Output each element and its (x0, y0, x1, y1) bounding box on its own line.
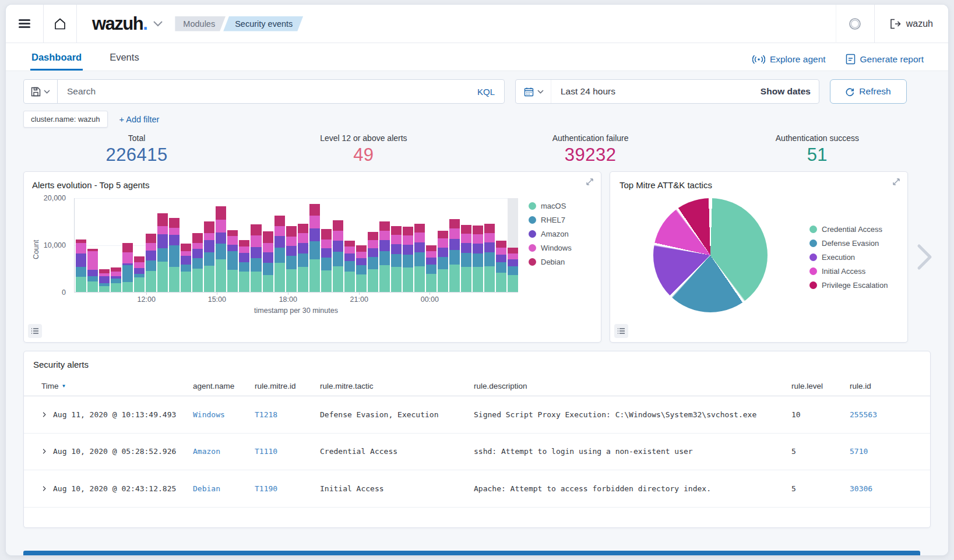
legend-item-initial-access[interactable]: Initial Access (809, 267, 898, 276)
bar-bucket (181, 198, 191, 292)
cell-agent[interactable]: Debian (193, 484, 255, 493)
x-axis-title: timestamp per 30 minutes (74, 307, 518, 315)
date-quick-select-button[interactable] (516, 80, 551, 103)
bar-xaxis: 12:0015:0018:0021:0000:00 (74, 293, 518, 304)
cell-rule_id[interactable]: 30306 (850, 484, 915, 493)
bar-segment-debian (251, 224, 261, 235)
explore-agent-button[interactable]: Explore agent (752, 54, 826, 65)
column-header-rule-description: rule.description (474, 382, 791, 390)
legend-item-privilege-escalation[interactable]: Privilege Escalation (809, 281, 898, 290)
bar-chart: Count 010,00020,000 12:0015:0018:0021:00… (32, 198, 593, 315)
stat-total: Total226415 (23, 130, 250, 165)
panel-inspect-button[interactable] (614, 324, 628, 338)
add-filter-button[interactable]: + Add filter (119, 115, 160, 124)
column-header-label: agent.name (193, 382, 234, 390)
legend-item-windows[interactable]: Windows (529, 244, 593, 252)
bar-segment-rhel7 (368, 257, 378, 269)
column-header-agent-name: agent.name (193, 382, 255, 390)
bar-segment-macos (251, 272, 261, 292)
expand-row-icon[interactable] (41, 411, 47, 418)
bar-segment-windows (333, 231, 343, 241)
table-row: Aug 10, 2020 @ 05:28:52.926AmazonT1110Cr… (24, 434, 930, 471)
next-panels-button[interactable] (916, 171, 934, 343)
bar-segment-windows (356, 252, 367, 258)
top-bar: wazuh. Modules Security events wazuh (6, 5, 948, 43)
breadcrumb-security-events[interactable]: Security events (223, 16, 303, 31)
hamburger-menu-button[interactable] (6, 5, 43, 43)
cell-description: Apache: Attempt to access forbidden dire… (474, 484, 791, 493)
refresh-button[interactable]: Refresh (830, 79, 907, 104)
bar-segment-debian (333, 220, 343, 231)
query-bar: KQL Last 24 hours Show dates Refresh (23, 79, 931, 104)
bar-segment-macos (239, 272, 249, 292)
bar-segment-debian (484, 224, 495, 233)
y-axis-title: Count (32, 203, 40, 296)
legend-item-macos[interactable]: macOS (529, 202, 593, 210)
bar-segment-macos (146, 271, 156, 292)
generate-report-button[interactable]: Generate report (846, 54, 924, 65)
wazuh-logo[interactable]: wazuh. (92, 13, 147, 34)
bar-segment-amazon (333, 241, 343, 252)
time-range-value[interactable]: Last 24 hours (551, 86, 752, 97)
bar-segment-windows (496, 248, 506, 255)
bar-segment-windows (508, 253, 518, 259)
x-tick-label: 12:00 (138, 295, 156, 304)
x-tick-mark (430, 293, 430, 295)
legend-item-credential-access[interactable]: Credential Access (809, 225, 898, 234)
saved-queries-button[interactable] (24, 80, 58, 103)
search-input[interactable] (58, 86, 468, 97)
bar-segment-debian (286, 226, 297, 237)
bar-segment-windows (181, 251, 191, 256)
hamburger-icon (19, 17, 30, 30)
legend-label: Execution (822, 253, 855, 262)
legend-item-amazon[interactable]: Amazon (529, 230, 593, 238)
calendar-icon (524, 87, 534, 97)
list-icon (617, 327, 625, 334)
bar-segment-amazon (76, 253, 86, 267)
show-dates-button[interactable]: Show dates (752, 86, 819, 97)
bar-segment-debian (146, 234, 156, 242)
legend-item-rhel7[interactable]: RHEL7 (529, 216, 593, 224)
cell-time: Aug 10, 2020 @ 02:43:12.825 (41, 484, 193, 493)
cell-mitre_id[interactable]: T1110 (255, 447, 320, 456)
bar-bucket (403, 198, 413, 292)
query-language-button[interactable]: KQL (468, 87, 504, 97)
pie-legend: Credential AccessDefense EvasionExecutio… (799, 221, 898, 290)
tab-events[interactable]: Events (108, 46, 140, 71)
column-header-time[interactable]: Time▼ (41, 382, 193, 390)
cell-agent[interactable]: Windows (193, 410, 255, 419)
username: wazuh (906, 19, 933, 29)
expand-panel-icon[interactable] (585, 177, 594, 186)
legend-item-debian[interactable]: Debian (529, 258, 593, 266)
bar-segment-rhel7 (379, 251, 390, 265)
logout-button[interactable]: wazuh (874, 5, 948, 43)
bottom-accent-bar (23, 551, 920, 555)
tab-dashboard[interactable]: Dashboard (30, 46, 83, 71)
cell-rule_id[interactable]: 255563 (850, 410, 915, 419)
cell-mitre_id[interactable]: T1218 (255, 410, 320, 419)
legend-item-execution[interactable]: Execution (809, 253, 898, 262)
bar-segment-windows (286, 237, 297, 246)
bar-segment-amazon (274, 236, 285, 247)
bar-bucket (227, 198, 238, 292)
table-row: Aug 10, 2020 @ 02:43:12.825DebianT1190In… (24, 470, 930, 508)
filter-pill[interactable]: cluster.name: wazuh (23, 111, 108, 128)
home-button[interactable] (43, 5, 77, 43)
breadcrumb-modules[interactable]: Modules (175, 16, 226, 31)
bar-segment-windows (309, 216, 320, 228)
expand-row-icon[interactable] (41, 448, 47, 455)
expand-row-icon[interactable] (41, 485, 47, 492)
cell-mitre_id[interactable]: T1190 (255, 484, 320, 493)
bar-segment-windows (473, 234, 483, 244)
breadcrumb: Modules Security events (175, 16, 303, 32)
expand-panel-icon[interactable] (892, 177, 901, 186)
health-status-button[interactable] (836, 5, 874, 43)
logout-icon (890, 19, 901, 29)
bar-segment-rhel7 (192, 258, 203, 269)
panel-inspect-button[interactable] (28, 324, 42, 338)
cell-agent[interactable]: Amazon (193, 447, 255, 456)
cell-rule_id[interactable]: 5710 (850, 447, 915, 456)
app-switcher-chevron[interactable] (153, 20, 163, 27)
legend-item-defense-evasion[interactable]: Defense Evasion (809, 239, 898, 248)
legend-label: Initial Access (822, 267, 865, 276)
